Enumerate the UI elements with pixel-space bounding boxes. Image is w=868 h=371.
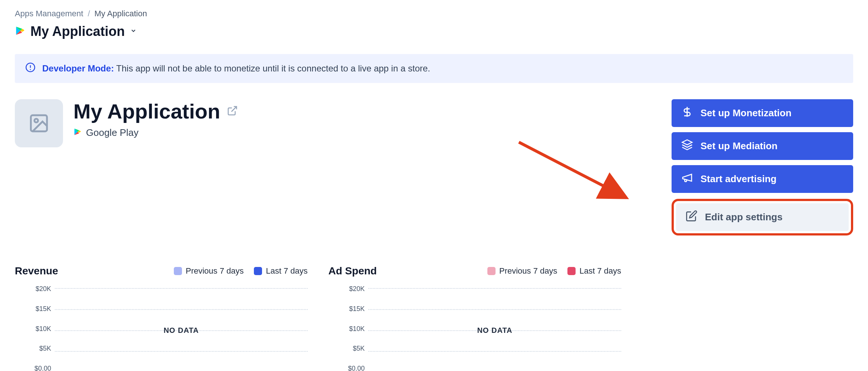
y-axis: $20K $15K $10K $5K $0.00 [328,285,365,371]
breadcrumb-current: My Application [95,9,147,19]
setup-mediation-button[interactable]: Set up Mediation [672,132,853,160]
legend-item-last: Last 7 days [254,266,308,276]
no-data-label: NO DATA [477,326,512,334]
external-link-icon[interactable] [227,105,238,118]
action-panel: Set up Monetization Set up Mediation [672,99,853,235]
alert-text: Developer Mode: This app will not be abl… [42,63,430,74]
app-switcher-name: My Application [30,24,125,39]
svg-point-4 [34,119,38,123]
legend-item-previous: Previous 7 days [174,266,244,276]
no-data-label: NO DATA [163,326,199,334]
developer-mode-alert: Developer Mode: This app will not be abl… [15,54,853,83]
app-icon-placeholder [15,99,63,147]
app-title: My Application [73,99,220,123]
breadcrumb-root[interactable]: Apps Management [15,9,83,19]
annotation-highlight-box: Edit app settings [672,199,853,235]
edit-app-settings-button[interactable]: Edit app settings [676,203,849,231]
breadcrumb-separator: / [88,9,90,19]
revenue-chart: Revenue Previous 7 days Last 7 days $20K… [15,265,308,371]
legend-swatch [174,267,182,275]
info-icon [25,62,36,75]
edit-icon [686,210,698,224]
legend-swatch [567,267,576,275]
plot-area: NO DATA [368,288,621,371]
dollar-icon [681,106,693,120]
svg-point-2 [30,69,31,70]
alert-label: Developer Mode: [42,63,114,73]
y-axis: $20K $15K $10K $5K $0.00 [15,285,51,371]
megaphone-icon [681,172,693,186]
svg-marker-7 [682,140,692,145]
layers-icon [681,139,693,153]
setup-monetization-button[interactable]: Set up Monetization [672,99,853,127]
chart-legend: Previous 7 days Last 7 days [487,266,621,276]
legend-item-last: Last 7 days [567,266,621,276]
start-advertising-button[interactable]: Start advertising [672,165,853,193]
chart-title: Ad Spend [328,265,377,277]
breadcrumb: Apps Management / My Application [15,9,853,19]
google-play-icon [73,127,82,138]
chevron-down-icon [130,27,137,36]
chart-title: Revenue [15,265,58,277]
store-name: Google Play [86,127,139,138]
plot-area: NO DATA [55,288,308,371]
ad-spend-chart: Ad Spend Previous 7 days Last 7 days $20… [328,265,621,371]
app-header: My Application [15,99,649,147]
legend-swatch [254,267,262,275]
charts-row: Revenue Previous 7 days Last 7 days $20K… [15,265,853,371]
legend-swatch [487,267,496,275]
svg-line-5 [232,106,237,111]
app-switcher[interactable]: My Application [15,24,137,39]
legend-item-previous: Previous 7 days [487,266,557,276]
google-play-icon [15,26,25,37]
chart-legend: Previous 7 days Last 7 days [174,266,308,276]
store-row: Google Play [73,127,238,138]
